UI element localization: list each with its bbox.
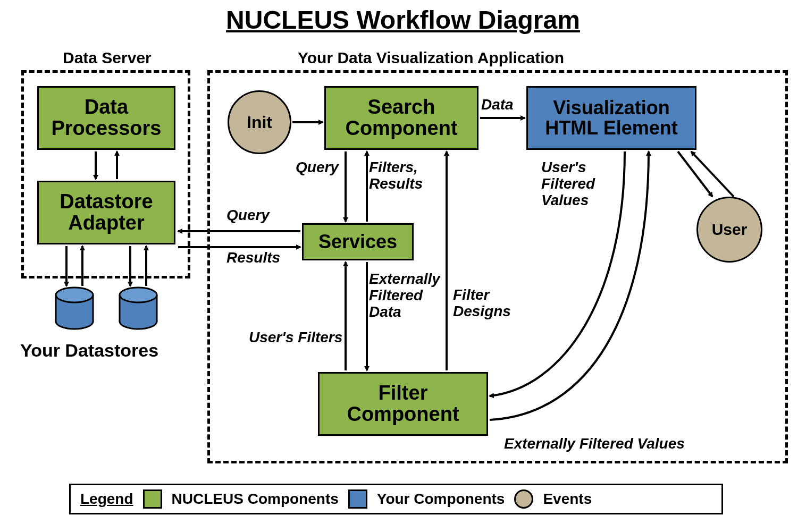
legend-title: Legend xyxy=(80,491,133,508)
label-data: Data xyxy=(481,97,514,113)
cylinder-1 xyxy=(56,288,93,329)
box-filter-component-label: Filter Component xyxy=(347,383,459,425)
legend-swatch-circle xyxy=(514,489,533,509)
box-services-label: Services xyxy=(318,232,397,252)
label-query2: Query xyxy=(226,207,270,224)
group-label-data-server: Data Server xyxy=(63,49,152,67)
circle-user: User xyxy=(696,197,762,263)
label-ext-filtered-values: Externally Filtered Values xyxy=(504,436,685,452)
svg-rect-1 xyxy=(56,295,93,322)
label-users-filtered-values: User's Filtered Values xyxy=(541,159,595,208)
svg-point-0 xyxy=(56,314,93,329)
legend-swatch-blue xyxy=(348,489,367,509)
label-ext-filtered-data: Externally Filtered Data xyxy=(369,271,440,320)
box-datastore-adapter-label: Datastore Adapter xyxy=(60,191,153,234)
legend: Legend NUCLEUS Components Your Component… xyxy=(69,484,723,514)
svg-point-5 xyxy=(120,314,157,329)
circle-init-label: Init xyxy=(247,113,272,132)
label-results: Results xyxy=(226,250,280,266)
legend-events-label: Events xyxy=(543,491,592,508)
svg-point-4 xyxy=(56,288,93,302)
box-search-component: Search Component xyxy=(324,86,478,150)
diagram-title: NUCLEUS Workflow Diagram xyxy=(0,5,806,35)
svg-rect-6 xyxy=(120,295,157,322)
svg-point-9 xyxy=(120,288,157,302)
cylinder-2 xyxy=(120,288,157,329)
legend-swatch-green xyxy=(143,489,162,509)
group-label-viz-app: Your Data Visualization Application xyxy=(298,49,564,67)
box-search-component-label: Search Component xyxy=(345,97,457,139)
box-data-processors: Data Processors xyxy=(37,86,175,150)
legend-nucleus-label: NUCLEUS Components xyxy=(172,491,339,508)
group-box-viz-app xyxy=(207,70,788,463)
label-filter-designs: Filter Designs xyxy=(453,287,511,320)
box-data-processors-label: Data Processors xyxy=(51,97,161,139)
legend-yours-label: Your Components xyxy=(377,491,505,508)
label-filters-results: Filters, Results xyxy=(369,159,423,192)
box-viz-element: Visualization HTML Element xyxy=(526,86,696,150)
box-viz-element-label: Visualization HTML Element xyxy=(545,98,677,138)
label-query1: Query xyxy=(296,159,339,176)
box-datastore-adapter: Datastore Adapter xyxy=(37,181,175,244)
datastores-label: Your Datastores xyxy=(20,340,158,361)
box-services: Services xyxy=(302,223,414,260)
label-users-filters: User's Filters xyxy=(249,330,342,346)
box-filter-component: Filter Component xyxy=(318,372,488,436)
circle-init: Init xyxy=(228,90,291,154)
circle-user-label: User xyxy=(712,221,748,239)
